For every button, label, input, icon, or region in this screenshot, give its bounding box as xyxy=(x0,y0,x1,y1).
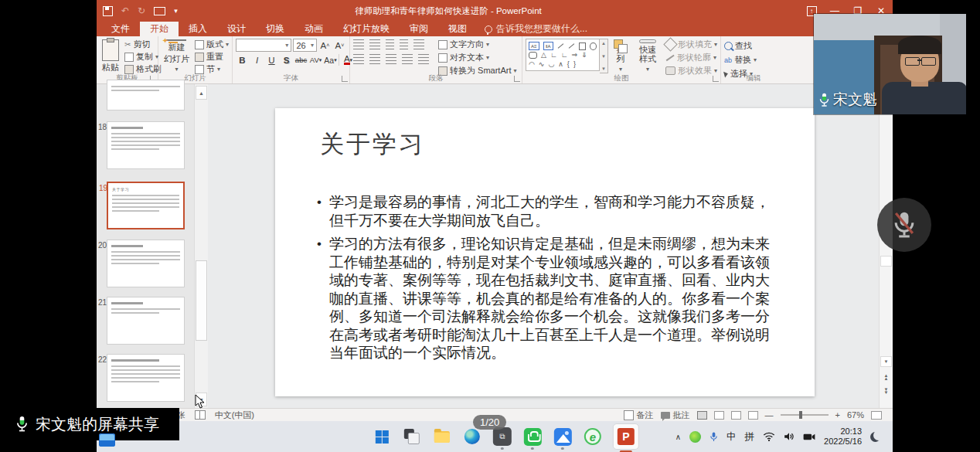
next-slide-button[interactable]: ▼▼ xyxy=(880,385,892,397)
tab-file[interactable]: 文件 xyxy=(101,22,140,36)
microphone-tray-icon[interactable] xyxy=(709,431,718,443)
shapes-gallery-more-icon[interactable]: ▼ xyxy=(601,66,606,71)
focus-assist-moon-icon[interactable] xyxy=(870,432,880,442)
copy-button[interactable]: 复制▾ xyxy=(124,51,162,63)
align-right-icon[interactable] xyxy=(386,54,396,64)
slide-body-text[interactable]: 学习是最容易的事情，河北工大的学生，智商和学习能力不容质疑，但千万不要在大学期间… xyxy=(317,193,781,368)
zoom-level[interactable]: 67% xyxy=(847,410,864,420)
thumbnail-slide-22[interactable]: 22 xyxy=(107,354,185,402)
arrange-button[interactable]: 排列 ▾ xyxy=(611,39,630,73)
replace-button[interactable]: ab替换▾ xyxy=(724,54,757,66)
thumbnail-slide-19-selected[interactable]: 19 关于学习 xyxy=(107,182,185,229)
zoom-slider[interactable] xyxy=(781,414,829,416)
scroll-down-button[interactable]: ▼ xyxy=(880,356,892,367)
numbering-icon[interactable] xyxy=(369,39,380,49)
triangle-shape-icon[interactable]: △ xyxy=(541,52,546,59)
text-direction-button[interactable]: 文字方向▾ xyxy=(438,39,516,50)
vertical-textbox-shape-icon[interactable]: ‖A xyxy=(543,42,554,50)
tray-expand-icon[interactable]: ∧ xyxy=(675,433,681,441)
wifi-icon[interactable] xyxy=(763,432,775,441)
arrow-shape-icon[interactable] xyxy=(569,43,574,48)
align-left-icon[interactable] xyxy=(353,54,364,64)
normal-view-button[interactable] xyxy=(697,411,707,420)
reading-view-button[interactable] xyxy=(731,411,741,420)
widgets-taskbar-icon[interactable] xyxy=(99,433,115,447)
oval-shape-icon[interactable] xyxy=(590,42,597,50)
font-size-combo[interactable]: 26▾ xyxy=(293,39,317,52)
paste-button[interactable]: 粘贴 xyxy=(100,39,121,73)
tab-view[interactable]: 视图 xyxy=(438,22,477,36)
columns-icon[interactable] xyxy=(418,54,429,64)
slide-sorter-view-button[interactable] xyxy=(714,411,724,420)
browser-e-button[interactable]: e xyxy=(583,427,603,447)
layout-button[interactable]: 版式▾ xyxy=(195,39,229,50)
tab-design[interactable]: 设计 xyxy=(217,22,256,36)
left-brace-shape-icon[interactable]: { xyxy=(567,61,570,68)
task-view-button[interactable] xyxy=(402,427,422,447)
down-arrow-shape-icon[interactable]: ⇓ xyxy=(581,52,587,59)
thumbnail-slide-18[interactable]: 18 xyxy=(107,121,185,169)
text-shadow-button[interactable]: S xyxy=(280,54,293,66)
thumbnail-slide-21[interactable]: 21 xyxy=(107,297,185,345)
freeform-shape-icon[interactable]: ∧ xyxy=(558,61,563,68)
character-spacing-button[interactable]: AV▾ xyxy=(309,54,322,66)
thumbnail-slide-20[interactable]: 20 xyxy=(107,240,185,287)
shapes-gallery-up-icon[interactable]: ▲ xyxy=(601,41,606,46)
line-shape-icon[interactable] xyxy=(558,43,563,48)
cloud-app-button[interactable] xyxy=(553,427,573,447)
tab-slideshow[interactable]: 幻灯片放映 xyxy=(333,22,400,36)
comments-button[interactable]: 批注 xyxy=(661,410,690,421)
language-status[interactable]: 中文(中国) xyxy=(215,410,254,421)
elbow-arrow-connector-icon[interactable]: ∟ xyxy=(561,52,568,59)
reset-button[interactable]: 重置 xyxy=(195,51,229,63)
powerpoint-taskbar-button[interactable]: P xyxy=(613,427,639,447)
previous-slide-button[interactable]: ▲▲ xyxy=(880,371,892,383)
zoom-in-button[interactable]: + xyxy=(835,410,840,420)
tell-me-box[interactable]: 告诉我您想要做什么... xyxy=(477,22,595,36)
arc-shape-icon[interactable]: ◠ xyxy=(529,61,535,68)
slide-canvas[interactable]: 关于学习 学习是最容易的事情，河北工大的学生，智商和学习能力不容质疑，但千万不要… xyxy=(275,108,815,396)
zoom-slider-thumb[interactable] xyxy=(799,411,802,419)
strikethrough-button[interactable]: abc xyxy=(294,54,308,66)
font-dialog-launcher[interactable] xyxy=(342,76,348,82)
rectangle-shape-icon[interactable] xyxy=(579,42,586,50)
paragraph-dialog-launcher[interactable] xyxy=(514,76,520,82)
slide-title[interactable]: 关于学习 xyxy=(320,128,425,161)
notes-button[interactable]: 备注 xyxy=(624,410,654,421)
ime-pinyin-indicator[interactable]: 拼 xyxy=(745,430,755,444)
justify-icon[interactable] xyxy=(402,54,413,64)
clock[interactable]: 20:13 2022/5/16 xyxy=(824,427,862,447)
shapes-gallery[interactable]: A≡ ‖A △ ∟ ∟ ⇒ ⇓ xyxy=(526,39,600,71)
change-case-button[interactable]: Aa▾ xyxy=(324,54,337,66)
new-slide-button[interactable]: ✦ 新建 幻灯片 ▾ xyxy=(162,39,192,73)
thumbnails-scroll-up-button[interactable]: ▲ xyxy=(196,86,207,100)
curve-shape-icon[interactable]: ◡ xyxy=(548,61,554,68)
thumbnails-scrollbar-thumb[interactable] xyxy=(196,260,207,341)
display-settings-icon[interactable] xyxy=(195,410,206,420)
textbox-shape-icon[interactable]: A≡ xyxy=(529,42,539,50)
rounded-rectangle-shape-icon[interactable] xyxy=(529,52,537,59)
ime-language-indicator[interactable]: 中 xyxy=(726,430,737,444)
align-text-button[interactable]: 对齐文本▾ xyxy=(438,52,516,63)
shrink-font-button[interactable]: A˅ xyxy=(333,39,346,51)
bold-button[interactable]: B xyxy=(236,54,249,66)
participant-video[interactable]: 宋文魁 xyxy=(814,14,966,114)
scrollbar-thumb[interactable] xyxy=(880,256,892,267)
decrease-indent-icon[interactable] xyxy=(386,39,394,49)
grow-font-button[interactable]: A˄ xyxy=(318,39,332,51)
quick-styles-button[interactable]: 快速样式 ▾ xyxy=(633,39,662,73)
fit-slide-to-window-button[interactable] xyxy=(871,411,882,420)
right-arrow-shape-icon[interactable]: ⇒ xyxy=(572,52,578,59)
bullets-icon[interactable] xyxy=(353,39,364,49)
thumbnails-scrollbar[interactable]: ▲ ▼ xyxy=(194,84,208,408)
shapes-gallery-down-icon[interactable]: ▼ xyxy=(601,54,606,59)
tab-transitions[interactable]: 切换 xyxy=(256,22,294,36)
thumbnail-slide-17-partial[interactable] xyxy=(107,80,185,110)
italic-button[interactable]: I xyxy=(250,54,264,66)
start-button[interactable] xyxy=(372,427,392,447)
increase-indent-icon[interactable] xyxy=(400,39,408,49)
speaker-icon[interactable] xyxy=(784,432,795,441)
tab-review[interactable]: 审阅 xyxy=(400,22,438,36)
elbow-connector-icon[interactable]: ∟ xyxy=(550,52,557,59)
zoom-out-button[interactable]: — xyxy=(765,410,774,420)
